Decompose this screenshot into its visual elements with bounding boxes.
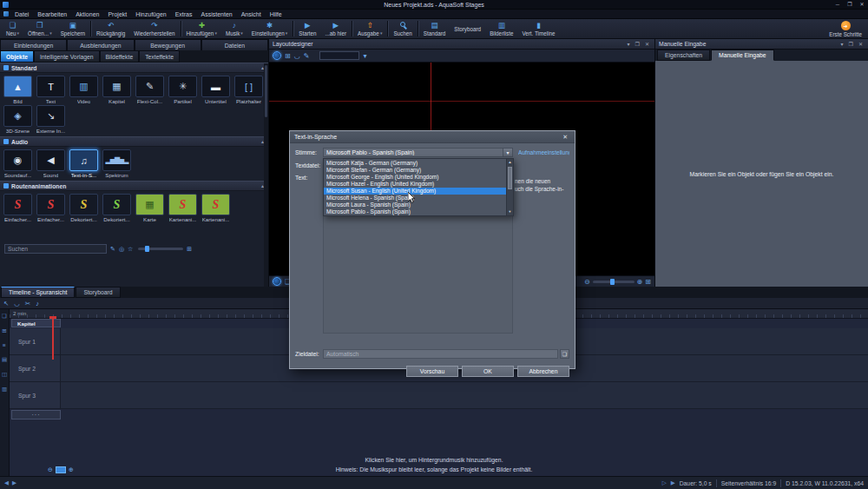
menu-datei[interactable]: Datei (10, 10, 33, 19)
zoom-slider[interactable] (593, 281, 635, 283)
voice-combobox[interactable]: Microsoft Pablo - Spanish (Spain) ▾ (323, 148, 513, 157)
tab-einblendungen[interactable]: Einblendungen (0, 39, 67, 50)
pencil-icon[interactable]: ✎ (110, 246, 115, 253)
toolbox-item-text-in-sprache[interactable]: ♫ Text-in-S... (68, 149, 100, 178)
voice-option[interactable]: Microsoft George - English (United Kingd… (324, 174, 506, 181)
toolbar-add-button[interactable]: ✚ Hinzufügen (182, 19, 221, 38)
menu-extras[interactable]: Extras (171, 10, 197, 19)
tab-intelligente-vorlagen[interactable]: Intelligente Vorlagen (34, 50, 100, 63)
browse-target-icon[interactable]: ❏ (560, 349, 569, 359)
voice-option[interactable]: Microsoft Stefan - German (Germany) (324, 167, 506, 174)
maximize-icon[interactable]: ❐ (847, 41, 855, 47)
toolbox-item-partikel[interactable]: ✳ Partikel (167, 76, 199, 104)
section-header-standard[interactable]: Standard ▲ (0, 63, 268, 73)
toolbox-scrollbar[interactable] (264, 63, 268, 287)
menu-assistenten[interactable]: Assistenten (197, 10, 237, 19)
toolbox-item-untertitel[interactable]: ▬ Untertitel (200, 76, 232, 104)
toolbox-item-spektrum[interactable]: ▂▅▇▅▂ Spektrum (101, 149, 133, 178)
music-note-icon[interactable]: ♪ (36, 300, 39, 307)
pencil-icon[interactable]: ✎ (304, 52, 310, 60)
grid-icon[interactable]: ⊞ (187, 246, 192, 253)
ok-button[interactable]: OK (462, 366, 514, 377)
toolbox-item-einfacher-pfad-2[interactable]: S Einfacher... (35, 194, 67, 222)
voice-option[interactable]: Microsoft Hazel - English (United Kingdo… (324, 181, 506, 188)
list-icon[interactable]: ≡ (3, 342, 6, 348)
toolbox-item-dekorierter-pfad-1[interactable]: S Dekoriert... (68, 194, 100, 222)
grid-icon[interactable]: ⊞ (285, 52, 291, 60)
toolbar-output-button[interactable]: ⇧ Ausgabe (353, 19, 386, 38)
menu-hilfe[interactable]: Hilfe (266, 10, 286, 19)
toolbar-save-button[interactable]: ▣ Speichern (56, 19, 89, 38)
toolbox-item-flexi-collage[interactable]: ✎ Flexi-Col... (134, 76, 166, 104)
film-icon[interactable]: ▤ (2, 356, 7, 363)
tab-bildeffekte[interactable]: Bildeffekte (100, 50, 140, 63)
collapsed-track[interactable]: ··· (11, 410, 61, 420)
menu-projekt[interactable]: Projekt (103, 10, 131, 19)
magnet-icon[interactable]: ◡ (14, 300, 20, 307)
toolbox-item-externe-inhalte[interactable]: ↘ Externe In... (35, 105, 67, 134)
music-hint[interactable]: Klicken Sie hier, um Hintergrundmusik hi… (0, 455, 868, 465)
chevron-down-icon[interactable]: ▾ (839, 41, 845, 47)
zoom-indicator[interactable] (56, 466, 66, 473)
toolbox-item-video[interactable]: ▥ Video (68, 76, 100, 104)
star-icon[interactable]: ☆ (128, 246, 133, 253)
dropdown-scrollbar[interactable]: ▲ ▾ (506, 159, 513, 215)
menu-aktionen[interactable]: Aktionen (71, 10, 103, 19)
playhead[interactable] (52, 318, 54, 360)
toolbox-item-sound[interactable]: ◀ Sound (35, 149, 67, 178)
close-icon[interactable]: ✕ (857, 41, 865, 47)
play-icon[interactable]: ▶ (671, 479, 675, 486)
toolbar-view-imagelist-button[interactable]: ▥ Bilderliste (485, 19, 517, 38)
toolbar-view-storyboard-button[interactable]: Storyboard (450, 19, 485, 38)
menu-ansicht[interactable]: Ansicht (237, 10, 266, 19)
toolbar-new-button[interactable]: ❏ Neu (2, 19, 23, 38)
close-icon[interactable]: ✕ (643, 41, 651, 47)
scroll-down-icon[interactable]: ▾ (507, 208, 513, 215)
dialog-titlebar[interactable]: Text-in-Sprache ✕ (290, 131, 575, 143)
toolbar-settings-button[interactable]: ✱ Einstellungen (247, 19, 292, 38)
zoom-in-icon[interactable]: ⊕ (637, 278, 643, 286)
toolbar-view-vertical-timeline-button[interactable]: ▮ Vert. Timeline (517, 19, 559, 38)
scrollbar-thumb[interactable] (508, 167, 512, 189)
slider-thumb[interactable] (610, 279, 615, 285)
preview-play-button[interactable] (273, 277, 281, 286)
tab-objekte[interactable]: Objekte (0, 50, 34, 63)
scissors-icon[interactable]: ✂ (25, 300, 30, 307)
scroll-right-icon[interactable]: ▶ (12, 479, 16, 486)
toolbox-item-3d-szene[interactable]: ◈ 3D-Szene (2, 105, 34, 134)
maximize-icon[interactable]: ❐ (844, 0, 856, 10)
toolbar-redo-button[interactable]: ↷ Wiederherstellen (129, 19, 179, 38)
tab-timeline-spuransicht[interactable]: Timeline - Spuransicht (1, 287, 75, 298)
columns-icon[interactable]: ◫ (2, 371, 7, 378)
preview-button[interactable]: Vorschau (406, 366, 458, 377)
zoom-out-icon[interactable]: ⊖ (584, 278, 590, 286)
toolbox-item-bild[interactable]: ▲ Bild (2, 76, 34, 104)
menu-hinzufuegen[interactable]: Hinzufügen (131, 10, 170, 19)
toolbox-item-karte[interactable]: ▦ Karte (134, 194, 166, 222)
toolbar-undo-button[interactable]: ↶ Rückgängig (92, 19, 129, 38)
toolbar-music-button[interactable]: ♪ Musik (221, 19, 247, 38)
pointer-icon[interactable]: ↖ (3, 300, 9, 307)
voice-option[interactable]: Microsoft Pablo - Spanish (Spain) (324, 208, 506, 215)
toolbox-item-soundaufnahme[interactable]: ◉ Soundauf... (2, 149, 34, 178)
toolbar-play-button[interactable]: ▶ Starten (294, 19, 320, 38)
tab-dateien[interactable]: Dateien (201, 39, 268, 50)
tab-ausblendungen[interactable]: Ausblendungen (67, 39, 134, 50)
tab-manuelle-eingabe[interactable]: Manuelle Eingabe (711, 50, 773, 61)
target-input[interactable]: Automatisch (323, 349, 558, 359)
section-header-audio[interactable]: Audio ▲ (0, 136, 268, 147)
grid-icon[interactable]: ⊞ (2, 327, 6, 334)
section-header-routenanimationen[interactable]: Routenanimationen ▲ (0, 181, 268, 191)
scroll-up-icon[interactable]: ▲ (507, 159, 513, 166)
chevron-down-icon[interactable]: ▾ (363, 52, 366, 60)
tile-size-slider[interactable] (138, 248, 183, 250)
maximize-icon[interactable]: ❐ (634, 41, 641, 47)
track-row[interactable]: Spur 3 (10, 382, 868, 409)
close-icon[interactable]: ✕ (856, 0, 868, 10)
voice-option[interactable]: Microsoft Katja - German (Germany) (324, 160, 506, 167)
track-header[interactable]: Spur 3 (10, 382, 61, 408)
layers-icon[interactable]: ❏ (2, 313, 7, 320)
toolbar-view-standard-button[interactable]: ▤ Standard (419, 19, 450, 38)
recording-settings-link[interactable]: Aufnahmeeinstellungen (518, 149, 569, 155)
slider-thumb[interactable] (145, 246, 149, 252)
